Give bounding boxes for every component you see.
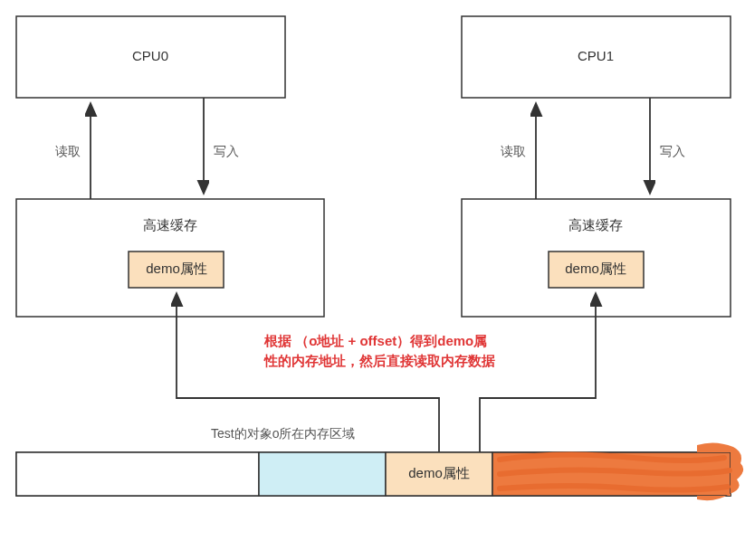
arrow-read-cpu0-label: 读取 — [55, 144, 81, 158]
memory-caption: Test的对象o所在内存区域 — [211, 426, 355, 441]
note-line1: 根据 （o地址 + offset）得到demo属 — [263, 333, 487, 348]
cache1-demo-label: demo属性 — [565, 261, 626, 276]
memory-seg-1 — [16, 452, 259, 496]
path-mem-to-cache1 — [480, 295, 596, 452]
cache1-label: 高速缓存 — [568, 217, 623, 233]
cpu1-label: CPU1 — [578, 48, 614, 63]
cpu0-label: CPU0 — [132, 48, 168, 63]
memory-seg-2 — [259, 452, 386, 496]
note-line2: 性的内存地址，然后直接读取内存数据 — [263, 353, 495, 368]
arrow-write-cpu0-label: 写入 — [214, 144, 239, 158]
cache0-demo-label: demo属性 — [146, 261, 207, 276]
cache0-label: 高速缓存 — [143, 217, 197, 233]
memory-seg-scribble — [492, 442, 743, 500]
memory-demo-label: demo属性 — [408, 465, 470, 480]
arrow-read-cpu1-label: 读取 — [501, 144, 526, 158]
arrow-write-cpu1-label: 写入 — [660, 144, 685, 158]
